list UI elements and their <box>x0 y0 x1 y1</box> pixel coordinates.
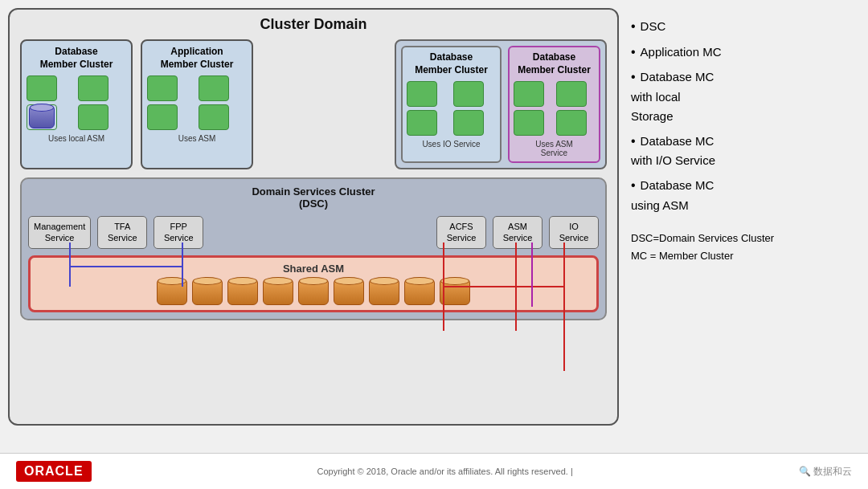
asm-disk-3 <box>227 279 258 305</box>
dsc-box: Domain Services Cluster(DSC) ManagementS… <box>20 177 607 320</box>
app-mc-cell-1 <box>147 75 178 101</box>
db-mc4-grid <box>514 81 595 136</box>
mc3-cell-2 <box>453 81 484 107</box>
app-mc-grid <box>147 75 247 130</box>
management-service: ManagementService <box>28 216 91 249</box>
mc4-cell-4 <box>556 110 587 136</box>
db-mc1-grid <box>27 75 126 130</box>
mc-pair-inner: DatabaseMember Cluster Uses IO Service <box>401 46 600 163</box>
bullet-db-mc-io: Database MCwith I/O Service <box>631 131 856 171</box>
asm-disk-6 <box>334 279 364 305</box>
asm-disk-9 <box>440 279 470 305</box>
mc4-cell-2 <box>556 81 587 107</box>
db-member-cluster-4: DatabaseMember Cluster Uses ASMService <box>508 46 600 163</box>
mc3-cell-4 <box>453 110 484 136</box>
bullet-db-mc-asm: Database MCusing ASM <box>631 175 856 215</box>
app-mc-cell-4 <box>199 104 229 130</box>
app-mc-title: ApplicationMember Cluster <box>147 46 247 71</box>
oracle-logo: ORACLE <box>16 461 92 482</box>
asm-disk-8 <box>404 279 435 305</box>
shared-asm-title: Shared ASM <box>35 263 592 275</box>
fpp-service: FPPService <box>154 216 203 249</box>
mc4-cell-3 <box>514 110 544 136</box>
mc4-label: Uses ASMService <box>514 140 595 157</box>
mc1-db-icon <box>27 104 57 130</box>
db-member-cluster-1: DatabaseMember Cluster Uses local ASM <box>20 39 133 169</box>
io-service: IOService <box>549 216 599 249</box>
mc3-cell-3 <box>407 110 437 136</box>
app-mc-cell-3 <box>147 104 178 130</box>
db-mc3-title: DatabaseMember Cluster <box>407 51 496 77</box>
bullet-app-mc: Application MC <box>631 42 856 63</box>
asm-disk-7 <box>369 279 399 305</box>
db-mc-pair-wrapper: DatabaseMember Cluster Uses IO Service <box>395 39 607 169</box>
footer-watermark: 🔍 数据和云 <box>799 465 852 479</box>
row-spacer <box>261 39 387 169</box>
bullet-list: DSC Application MC Database MCwith local… <box>627 8 860 453</box>
oracle-label: ORACLE <box>16 461 92 482</box>
app-member-cluster: ApplicationMember Cluster Uses ASM <box>141 39 253 169</box>
db-mc4-title: DatabaseMember Cluster <box>514 51 595 77</box>
shared-asm-box: Shared ASM <box>28 255 599 312</box>
shared-asm-disks <box>35 279 592 305</box>
asm-disk-4 <box>263 279 293 305</box>
dsc-services-row: ManagementService TFAService FPPService … <box>28 216 599 249</box>
tfa-service: TFAService <box>97 216 147 249</box>
mc1-label: Uses local ASM <box>27 134 126 143</box>
acfs-service: ACFSService <box>436 216 486 249</box>
mc-abbrev: MC = Member Cluster <box>631 247 856 265</box>
mc1-cell-1 <box>27 75 57 101</box>
mc3-cell-1 <box>407 81 437 107</box>
db-mc1-title: DatabaseMember Cluster <box>27 46 126 71</box>
asm-disk-5 <box>298 279 329 305</box>
mc1-cell-4 <box>78 104 108 130</box>
abbrev-note: DSC=Domain Services Cluster MC = Member … <box>631 230 856 265</box>
main-content: Cluster Domain DatabaseMember Cluster Us… <box>0 0 868 453</box>
mc4-cell-1 <box>514 81 544 107</box>
db-member-cluster-3: DatabaseMember Cluster Uses IO Service <box>401 46 502 163</box>
bullet-db-mc-local: Database MCwith localStorage <box>631 67 856 126</box>
member-clusters-row: DatabaseMember Cluster Uses local ASM Ap… <box>16 39 611 169</box>
bullet-dsc: DSC <box>631 16 856 37</box>
asm-disk-2 <box>192 279 223 305</box>
dsc-title: Domain Services Cluster(DSC) <box>28 185 599 210</box>
mc1-cell-2 <box>78 75 108 101</box>
bullets-ul: DSC Application MC Database MCwith local… <box>631 16 856 215</box>
db-cylinder <box>29 106 55 128</box>
mc3-label: Uses IO Service <box>407 140 496 149</box>
footer: ORACLE Copyright © 2018, Oracle and/or i… <box>0 453 868 489</box>
asm-disk-1 <box>157 279 187 305</box>
app-mc-cell-2 <box>199 75 229 101</box>
cluster-domain: Cluster Domain DatabaseMember Cluster Us… <box>8 8 619 426</box>
cluster-domain-title: Cluster Domain <box>16 16 611 33</box>
asm-service: ASMService <box>493 216 542 249</box>
footer-copyright: Copyright © 2018, Oracle and/or its affi… <box>317 467 572 476</box>
db-mc3-grid <box>407 81 496 136</box>
diagram-area: Cluster Domain DatabaseMember Cluster Us… <box>8 8 619 453</box>
dsc-abbrev: DSC=Domain Services Cluster <box>631 230 856 247</box>
app-mc-label: Uses ASM <box>147 134 247 143</box>
